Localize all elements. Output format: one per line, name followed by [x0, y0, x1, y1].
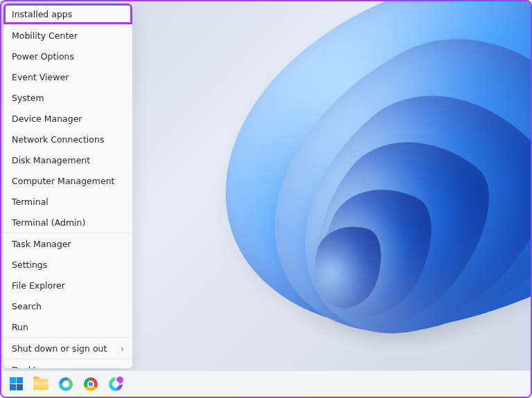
menu-item-settings[interactable]: Settings	[3, 254, 132, 275]
taskbar-edge[interactable]	[58, 377, 73, 392]
menu-item-label: System	[12, 93, 44, 103]
menu-item-label: Event Viewer	[12, 72, 69, 82]
taskbar-chrome[interactable]	[83, 377, 98, 392]
start-button[interactable]	[8, 377, 24, 392]
copilot-icon	[109, 377, 123, 391]
taskbar-file-explorer[interactable]	[33, 377, 48, 392]
menu-item-label: Shut down or sign out	[12, 343, 107, 354]
menu-item-label: Run	[12, 322, 28, 332]
menu-item-file-explorer[interactable]: File Explorer	[3, 275, 132, 296]
menu-item-shut-down-or-sign-out[interactable]: Shut down or sign out›	[3, 338, 132, 359]
menu-item-label: Desktop	[12, 365, 48, 369]
desktop-screen: Installed appsMobility CenterPower Optio…	[0, 0, 532, 398]
menu-item-search[interactable]: Search	[3, 296, 132, 316]
menu-item-event-viewer[interactable]: Event Viewer	[3, 66, 132, 87]
menu-item-label: Search	[12, 301, 42, 311]
menu-item-disk-management[interactable]: Disk Management	[3, 150, 132, 170]
folder-icon	[33, 379, 48, 390]
menu-item-label: Installed apps	[12, 9, 72, 19]
menu-item-device-manager[interactable]: Device Manager	[3, 108, 132, 129]
menu-item-label: Computer Management	[12, 176, 114, 186]
menu-item-label: Power Options	[12, 51, 74, 62]
taskbar-copilot[interactable]	[108, 377, 123, 392]
menu-item-network-connections[interactable]: Network Connections	[3, 129, 132, 150]
winx-context-menu[interactable]: Installed appsMobility CenterPower Optio…	[3, 3, 132, 368]
chevron-right-icon: ›	[121, 343, 124, 354]
menu-item-computer-management[interactable]: Computer Management	[3, 170, 132, 191]
menu-item-desktop[interactable]: Desktop	[3, 359, 132, 368]
menu-item-run[interactable]: Run	[3, 316, 132, 337]
menu-item-terminal-admin[interactable]: Terminal (Admin)	[3, 212, 132, 233]
menu-item-label: File Explorer	[12, 280, 65, 291]
menu-item-label: Settings	[12, 260, 47, 270]
menu-item-label: Network Connections	[12, 134, 104, 145]
edge-icon	[59, 377, 73, 391]
chrome-icon	[84, 377, 98, 391]
menu-item-installed-apps[interactable]: Installed apps	[3, 3, 132, 24]
menu-item-terminal[interactable]: Terminal	[3, 191, 132, 212]
menu-item-system[interactable]: System	[3, 87, 132, 108]
menu-item-label: Mobility Center	[12, 30, 78, 41]
menu-item-mobility-center[interactable]: Mobility Center	[3, 25, 132, 46]
menu-item-label: Task Manager	[12, 239, 71, 249]
windows-logo-icon	[10, 377, 23, 390]
menu-item-label: Disk Management	[12, 155, 90, 165]
menu-item-power-options[interactable]: Power Options	[3, 46, 132, 66]
menu-item-label: Terminal (Admin)	[12, 217, 85, 228]
menu-item-label: Device Manager	[12, 114, 82, 124]
menu-item-label: Terminal	[12, 197, 48, 207]
taskbar	[1, 370, 531, 397]
menu-item-task-manager[interactable]: Task Manager	[3, 233, 132, 254]
